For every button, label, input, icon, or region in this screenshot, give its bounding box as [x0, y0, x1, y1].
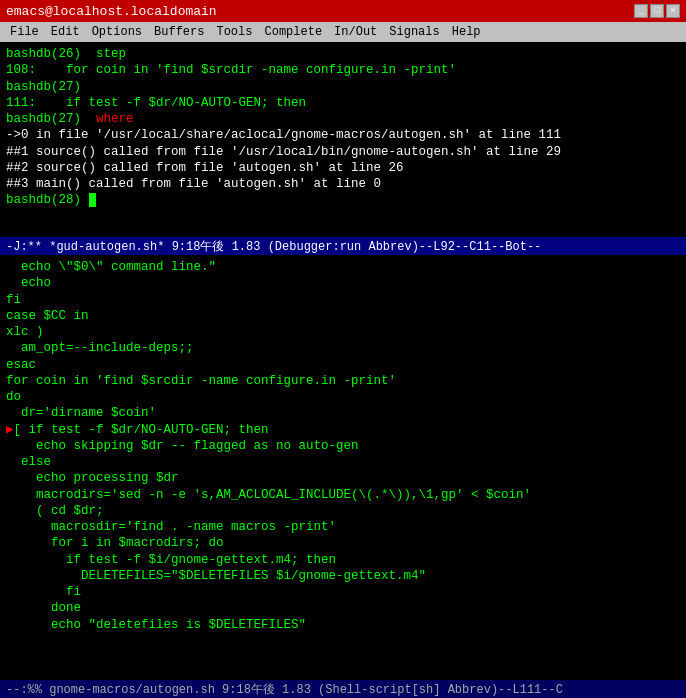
editor-line-2: echo [6, 275, 680, 291]
menu-help[interactable]: Help [446, 23, 487, 41]
editor-line-5: case $CC in [6, 308, 680, 324]
window-title: emacs@localhost.localdomain [6, 4, 217, 19]
main-area: bashdb(26) step 108: for coin in 'find $… [0, 42, 686, 698]
editor-line-23: done [6, 600, 680, 616]
top-mode-line-text: -J:** *gud-autogen.sh* 9:18午後 1.83 (Debu… [6, 238, 541, 255]
editor-line-6: xlc ) [6, 324, 680, 340]
line-5: bashdb(27) where [6, 111, 680, 127]
editor-line-16: macrodirs='sed -n -e 's,AM_ACLOCAL_INCLU… [6, 487, 680, 503]
editor-line-1: echo \"$0\" command line." [6, 259, 680, 275]
top-terminal-pane[interactable]: bashdb(26) step 108: for coin in 'find $… [0, 42, 686, 237]
editor-line-12: dr='dirname $coin' [6, 405, 680, 421]
menu-bar: File Edit Options Buffers Tools Complete… [0, 22, 686, 42]
editor-line-20: if test -f $i/gnome-gettext.m4; then [6, 552, 680, 568]
line-9: ##3 main() called from file 'autogen.sh'… [6, 176, 680, 192]
editor-line-22: fi [6, 584, 680, 600]
minimize-button[interactable]: _ [634, 4, 648, 18]
editor-line-11: do [6, 389, 680, 405]
editor-line-21: DELETEFILES="$DELETEFILES $i/gnome-gette… [6, 568, 680, 584]
editor-line-10: for coin in 'find $srcdir -name configur… [6, 373, 680, 389]
editor-line-15: echo processing $dr [6, 470, 680, 486]
bottom-mode-line-text: --:%% gnome-macros/autogen.sh 9:18午後 1.8… [6, 681, 563, 698]
menu-edit[interactable]: Edit [45, 23, 86, 41]
menu-inout[interactable]: In/Out [328, 23, 383, 41]
menu-tools[interactable]: Tools [210, 23, 258, 41]
editor-line-19: for i in $macrodirs; do [6, 535, 680, 551]
menu-buffers[interactable]: Buffers [148, 23, 210, 41]
editor-line-18: macrosdir='find . -name macros -print' [6, 519, 680, 535]
menu-file[interactable]: File [4, 23, 45, 41]
menu-signals[interactable]: Signals [383, 23, 445, 41]
close-button[interactable]: × [666, 4, 680, 18]
menu-options[interactable]: Options [86, 23, 148, 41]
editor-line-8: esac [6, 357, 680, 373]
bottom-editor-pane[interactable]: echo \"$0\" command line." echo fi case … [0, 255, 686, 680]
line-8: ##2 source() called from file 'autogen.s… [6, 160, 680, 176]
line-1: bashdb(26) step [6, 46, 680, 62]
line-3: bashdb(27) [6, 79, 680, 95]
top-mode-line: -J:** *gud-autogen.sh* 9:18午後 1.83 (Debu… [0, 237, 686, 255]
line-7: ##1 source() called from file '/usr/loca… [6, 144, 680, 160]
line-10: bashdb(28) [6, 192, 680, 208]
editor-line-7: am_opt=--include-deps;; [6, 340, 680, 356]
line-6: ->0 in file '/usr/local/share/aclocal/gn… [6, 127, 680, 143]
editor-line-25: echo "deletefiles is $DELETEFILES" [6, 617, 680, 633]
editor-line-14: else [6, 454, 680, 470]
editor-line-13: echo skipping $dr -- flagged as no auto-… [6, 438, 680, 454]
editor-line-arrow: ▶[ if test -f $dr/NO-AUTO-GEN; then [6, 422, 680, 438]
window-controls[interactable]: _ □ × [634, 4, 680, 18]
line-2: 108: for coin in 'find $srcdir -name con… [6, 62, 680, 78]
title-bar: emacs@localhost.localdomain _ □ × [0, 0, 686, 22]
bottom-mode-line: --:%% gnome-macros/autogen.sh 9:18午後 1.8… [0, 680, 686, 698]
editor-line-3: fi [6, 292, 680, 308]
line-4: 111: if test -f $dr/NO-AUTO-GEN; then [6, 95, 680, 111]
editor-line-17: ( cd $dr; [6, 503, 680, 519]
menu-complete[interactable]: Complete [258, 23, 328, 41]
maximize-button[interactable]: □ [650, 4, 664, 18]
